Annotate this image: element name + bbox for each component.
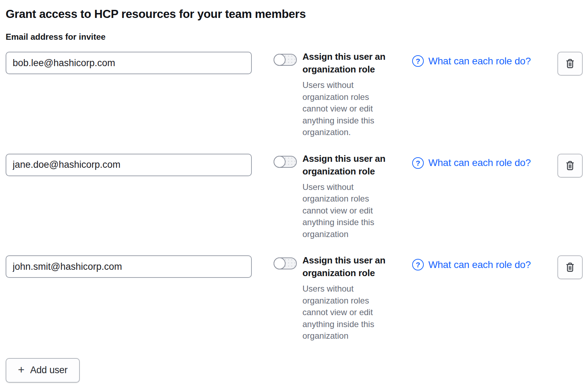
role-docs-link[interactable]: ? What can each role do? [412, 157, 531, 169]
email-input[interactable] [6, 255, 252, 278]
help-circle-icon: ? [412, 55, 424, 67]
org-role-toggle-label: Assign this user an organization role [302, 254, 404, 279]
role-docs-link[interactable]: ? What can each role do? [412, 55, 531, 67]
toggle-knob-icon [274, 156, 286, 168]
invite-row: Assign this user an organization role Us… [6, 255, 583, 342]
help-link-column: ? What can each role do? [412, 157, 531, 169]
invite-row: Assign this user an organization role Us… [6, 52, 583, 138]
role-docs-link[interactable]: ? What can each role do? [412, 259, 531, 270]
delete-row-button[interactable] [557, 154, 583, 178]
org-role-helper-text: Users without organization roles cannot … [302, 181, 387, 240]
org-role-helper-text: Users without organization roles cannot … [302, 79, 387, 138]
page-title: Grant access to HCP resources for your t… [6, 7, 583, 21]
org-role-toggle[interactable] [274, 156, 297, 168]
invite-row: Assign this user an organization role Us… [6, 154, 583, 240]
add-user-button-label: Add user [30, 365, 68, 376]
plus-icon: + [18, 364, 25, 375]
help-circle-icon: ? [412, 259, 424, 270]
delete-row-button[interactable] [557, 52, 583, 76]
add-user-button[interactable]: + Add user [6, 358, 80, 383]
toggle-knob-icon [274, 257, 286, 269]
email-input[interactable] [6, 154, 252, 176]
org-role-toggle-label: Assign this user an organization role [302, 152, 404, 178]
toggle-knob-icon [274, 54, 286, 66]
org-role-text-column: Assign this user an organization role Us… [302, 254, 404, 342]
org-role-toggle-label: Assign this user an organization role [302, 50, 404, 76]
role-docs-link-label: What can each role do? [428, 157, 531, 168]
trash-icon [564, 262, 576, 273]
help-link-column: ? What can each role do? [412, 259, 531, 270]
org-role-toggle[interactable] [274, 257, 297, 269]
email-input[interactable] [6, 52, 252, 74]
invite-users-form: Grant access to HCP resources for your t… [0, 0, 588, 389]
org-role-text-column: Assign this user an organization role Us… [302, 50, 404, 138]
trash-icon [564, 160, 576, 171]
org-role-helper-text: Users without organization roles cannot … [302, 283, 387, 342]
role-docs-link-label: What can each role do? [428, 56, 531, 67]
email-address-label: Email address for invitee [6, 32, 583, 42]
trash-icon [564, 58, 576, 69]
role-docs-link-label: What can each role do? [428, 259, 531, 270]
org-role-toggle[interactable] [274, 54, 297, 66]
org-role-text-column: Assign this user an organization role Us… [302, 152, 404, 240]
delete-row-button[interactable] [557, 255, 583, 279]
help-circle-icon: ? [412, 157, 424, 169]
help-link-column: ? What can each role do? [412, 55, 531, 67]
